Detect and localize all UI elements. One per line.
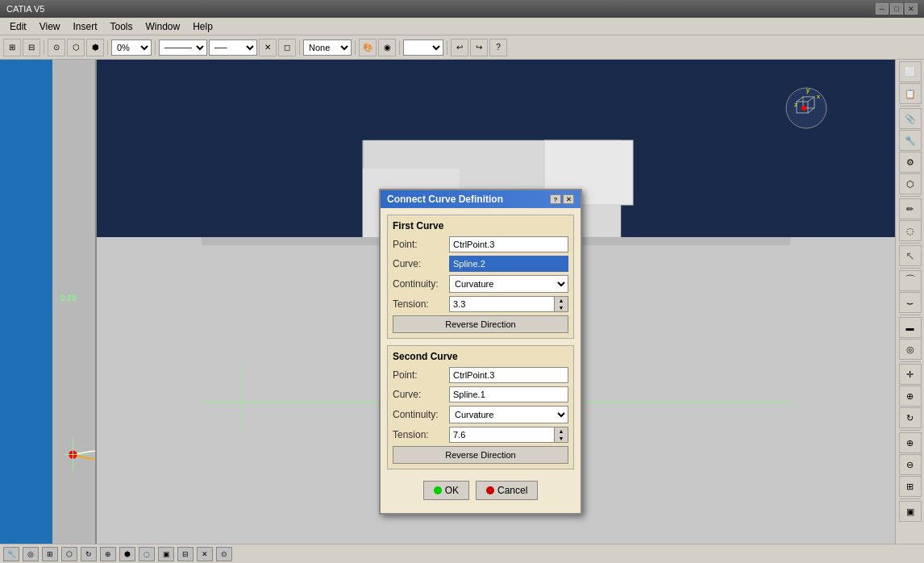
ok-icon xyxy=(434,486,442,494)
right-btn-pan[interactable]: ⊕ xyxy=(899,386,922,407)
first-reverse-button[interactable]: Reverse Direction xyxy=(393,315,568,333)
first-point-label: Point: xyxy=(393,239,449,250)
menu-tools[interactable]: Tools xyxy=(104,19,139,34)
grid-btn-2[interactable]: ⊟ xyxy=(23,39,40,56)
first-curve-input[interactable] xyxy=(449,256,568,272)
right-btn-curve1[interactable]: ⌒ xyxy=(899,270,922,291)
magnet-btn[interactable]: ⬡ xyxy=(67,39,85,56)
constraint-btn[interactable]: ⬢ xyxy=(86,39,104,56)
view-select[interactable] xyxy=(403,40,443,56)
right-btn-target[interactable]: ◎ xyxy=(899,339,922,360)
toolbar: ⊞ ⊟ ⊙ ⬡ ⬢ 0% ───── ── ✕ ◻ None 🎨 ◉ ↩ ↪ ? xyxy=(0,35,924,60)
right-btn-2[interactable]: 📋 xyxy=(899,83,922,104)
line-type-select[interactable]: ───── xyxy=(159,40,207,56)
line-weight-select[interactable]: ── xyxy=(209,40,257,56)
status-icon-5[interactable]: ↻ xyxy=(81,547,97,561)
second-curve-input[interactable] xyxy=(449,386,568,402)
first-curve-point-row: Point: xyxy=(393,236,568,252)
right-btn-erase[interactable]: ▬ xyxy=(899,317,922,338)
connect-curve-dialog: Connect Curve Definition ? ✕ First Curve… xyxy=(379,189,582,515)
second-tension-up[interactable]: ▲ xyxy=(555,427,568,435)
menu-edit[interactable]: Edit xyxy=(3,19,33,34)
delete-btn[interactable]: ✕ xyxy=(259,39,277,56)
status-icon-12[interactable]: ⊙ xyxy=(216,547,232,561)
first-tension-down[interactable]: ▼ xyxy=(555,304,568,311)
menu-window[interactable]: Window xyxy=(139,19,187,34)
right-sep-5 xyxy=(900,315,921,315)
cancel-button[interactable]: Cancel xyxy=(476,481,538,500)
right-btn-1[interactable]: ⬜ xyxy=(899,61,922,82)
dialog-footer: OK Cancel xyxy=(387,476,574,507)
second-curve-continuity-row: Continuity: Curvature Tangent Point xyxy=(393,406,568,423)
status-icon-9[interactable]: ▣ xyxy=(158,547,174,561)
undo-btn[interactable]: ↩ xyxy=(451,39,468,56)
status-icon-10[interactable]: ⊟ xyxy=(177,547,194,561)
paint-btn[interactable]: 🎨 xyxy=(359,39,377,56)
right-btn-zoomall[interactable]: ⊞ xyxy=(899,476,922,497)
second-tension-down[interactable]: ▼ xyxy=(555,435,568,442)
fill-btn[interactable]: ◉ xyxy=(378,39,396,56)
right-btn-move[interactable]: ✛ xyxy=(899,364,922,385)
title-bar: CATIA V5 ─ □ ✕ xyxy=(0,0,924,18)
menu-help[interactable]: Help xyxy=(186,19,219,34)
right-btn-5[interactable]: ⚙ xyxy=(899,152,922,173)
right-btn-7[interactable]: ✏ xyxy=(899,198,922,219)
second-reverse-button[interactable]: Reverse Direction xyxy=(393,446,568,464)
dialog-close-btn[interactable]: ✕ xyxy=(563,194,574,204)
second-curve-curve-row: Curve: xyxy=(393,386,568,402)
zoom-select[interactable]: 0% xyxy=(111,40,152,56)
color-btn[interactable]: ◻ xyxy=(278,39,296,56)
grid-btn-1[interactable]: ⊞ xyxy=(3,39,21,56)
status-icon-2[interactable]: ◎ xyxy=(23,547,39,561)
status-icon-7[interactable]: ⬢ xyxy=(119,547,135,561)
right-btn-curve2[interactable]: ⌣ xyxy=(899,292,922,313)
toolbar-sep-1 xyxy=(44,40,44,55)
layer-select[interactable]: None xyxy=(303,40,352,56)
second-tension-spinner: ▲ ▼ xyxy=(554,427,568,443)
title-text: CATIA V5 xyxy=(6,4,44,14)
status-icon-1[interactable]: 🔧 xyxy=(3,547,19,561)
second-tension-input[interactable] xyxy=(449,427,554,443)
menu-bar: Edit View Insert Tools Window Help xyxy=(0,18,924,35)
right-btn-zoomout[interactable]: ⊖ xyxy=(899,454,922,475)
menu-view[interactable]: View xyxy=(33,19,67,34)
dialog-title[interactable]: Connect Curve Definition ? ✕ xyxy=(381,190,581,208)
right-btn-6[interactable]: ⬡ xyxy=(899,173,922,194)
status-icon-6[interactable]: ⊕ xyxy=(100,547,116,561)
snap-btn[interactable]: ⊙ xyxy=(48,39,65,56)
right-sep-4 xyxy=(900,268,921,269)
first-tension-up[interactable]: ▲ xyxy=(555,297,568,304)
first-point-input[interactable] xyxy=(449,236,568,252)
status-icon-8[interactable]: ◌ xyxy=(139,547,155,561)
help-btn[interactable]: ? xyxy=(489,39,507,56)
right-btn-rotate[interactable]: ↻ xyxy=(899,407,922,428)
redo-btn[interactable]: ↪ xyxy=(470,39,488,56)
ok-label: OK xyxy=(445,485,459,496)
right-btn-zoomin[interactable]: ⊕ xyxy=(899,432,922,453)
right-btn-3[interactable]: 📎 xyxy=(899,108,922,129)
maximize-button[interactable]: □ xyxy=(890,3,903,15)
first-continuity-select[interactable]: Curvature Tangent Point xyxy=(449,275,568,293)
right-btn-8[interactable]: ◌ xyxy=(899,220,922,241)
minimize-button[interactable]: ─ xyxy=(876,3,889,15)
status-bar: 🔧 ◎ ⊞ ⬡ ↻ ⊕ ⬢ ◌ ▣ ⊟ ✕ ⊙ xyxy=(0,544,924,563)
dialog-help-btn[interactable]: ? xyxy=(550,194,561,204)
status-icon-3[interactable]: ⊞ xyxy=(42,547,58,561)
ok-button[interactable]: OK xyxy=(423,481,469,500)
status-icon-4[interactable]: ⬡ xyxy=(61,547,77,561)
second-curve-group: Second Curve Point: Curve: Continuity: C… xyxy=(387,345,574,469)
right-btn-4[interactable]: 🔧 xyxy=(899,130,922,151)
svg-text:x: x xyxy=(817,93,820,100)
cancel-icon xyxy=(486,486,494,494)
left-panel: 0.29 xyxy=(0,60,97,544)
menu-insert[interactable]: Insert xyxy=(66,19,103,34)
right-sep-3 xyxy=(900,243,921,244)
center-viewport: x y z Connect Curve Definition ? ✕ First… xyxy=(97,60,895,544)
second-point-input[interactable] xyxy=(449,367,568,383)
close-button[interactable]: ✕ xyxy=(905,3,918,15)
status-icon-11[interactable]: ✕ xyxy=(197,547,213,561)
second-continuity-select[interactable]: Curvature Tangent Point xyxy=(449,406,568,423)
first-tension-input[interactable] xyxy=(449,296,554,312)
right-btn-cursor[interactable]: ↖ xyxy=(899,245,922,266)
right-btn-plane[interactable]: ▣ xyxy=(899,501,922,522)
